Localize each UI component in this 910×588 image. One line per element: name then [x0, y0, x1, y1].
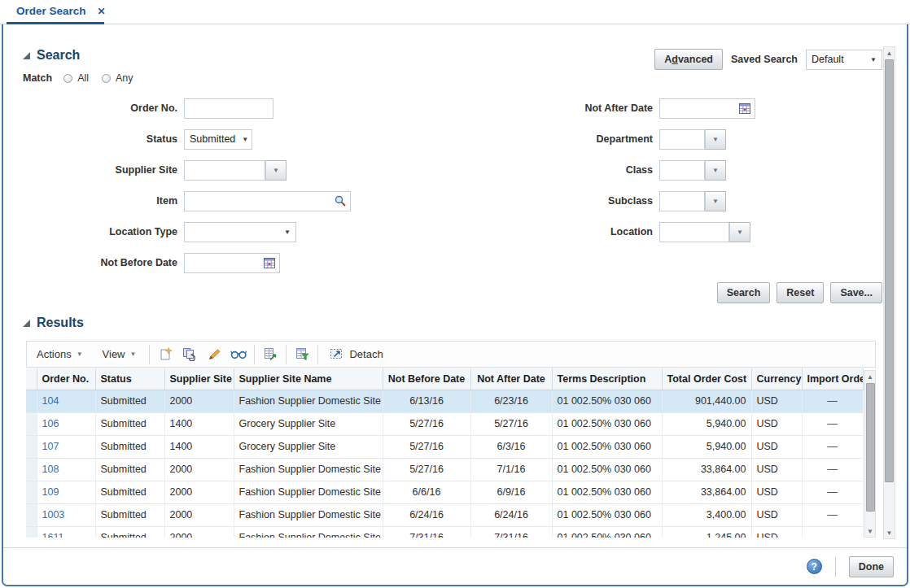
advanced-button[interactable]: Advanced — [654, 49, 723, 70]
col-currency[interactable]: Currency — [751, 368, 802, 390]
cell-import-order: — — [802, 481, 863, 503]
calendar-icon[interactable] — [738, 102, 751, 118]
search-button[interactable]: Search — [717, 282, 771, 303]
col-terms-description[interactable]: Terms Description — [552, 368, 662, 390]
location-input[interactable] — [659, 222, 729, 242]
done-button[interactable]: Done — [849, 556, 894, 577]
table-row[interactable]: 108 Submitted 2000 Fashion Supplier Dome… — [26, 458, 863, 481]
table-row[interactable]: 109 Submitted 2000 Fashion Supplier Dome… — [26, 481, 863, 503]
duplicate-icon[interactable] — [177, 344, 202, 365]
tab-bar: Order Search ✕ — [0, 0, 910, 24]
col-supplier-site-name[interactable]: Supplier Site Name — [234, 368, 383, 390]
class-input[interactable] — [659, 160, 705, 181]
scroll-up-icon[interactable]: ▲ — [865, 371, 876, 382]
item-input[interactable] — [184, 191, 351, 211]
actions-menu[interactable]: Actions ▼ — [27, 348, 93, 360]
location-dropdown-button[interactable]: ▼ — [729, 222, 750, 242]
radio-any[interactable] — [102, 74, 111, 83]
table-row[interactable]: 1611 Submitted 2000 Fashion Supplier Dom… — [26, 526, 863, 538]
match-all-option[interactable]: All — [63, 72, 89, 84]
match-any-option[interactable]: Any — [102, 72, 133, 84]
field-row-subclass: Subclass ▼ — [531, 190, 726, 211]
row-selector[interactable] — [26, 435, 37, 458]
cell-currency: USD — [751, 412, 802, 435]
tab-label: Order Search — [16, 5, 86, 17]
order-no-link[interactable]: 107 — [37, 435, 95, 458]
cell-terms-description: 01 002.50% 030 060 — [552, 526, 662, 538]
scroll-down-icon[interactable]: ▼ — [865, 525, 876, 537]
detach-button[interactable]: Detach — [322, 346, 391, 362]
view-icon[interactable] — [226, 344, 251, 365]
order-no-link[interactable]: 1611 — [37, 526, 95, 538]
col-import-order[interactable]: Import Order — [802, 368, 863, 390]
row-selector[interactable] — [26, 526, 37, 538]
saved-search-select[interactable]: Default ▼ — [806, 50, 882, 70]
search-icon[interactable] — [334, 194, 347, 211]
table-header-row: Order No. Status Supplier Site Supplier … — [26, 368, 863, 390]
row-selector[interactable] — [26, 412, 37, 435]
filter-icon[interactable] — [290, 344, 314, 365]
table-row[interactable]: 104 Submitted 2000 Fashion Supplier Dome… — [26, 390, 863, 412]
page-scrollbar[interactable]: ▲ ▼ — [883, 46, 895, 539]
row-selector[interactable] — [26, 458, 37, 481]
cell-import-order: — — [802, 503, 863, 526]
table-row[interactable]: 106 Submitted 1400 Grocery Supplier Site… — [26, 412, 863, 435]
reset-button[interactable]: Reset — [777, 282, 824, 303]
edit-icon[interactable] — [202, 344, 226, 365]
view-menu[interactable]: View ▼ — [93, 348, 147, 360]
radio-all[interactable] — [63, 74, 72, 83]
save-button[interactable]: Save... — [830, 282, 882, 303]
row-selector[interactable] — [26, 390, 37, 412]
field-row-not-before-date: Not Before Date — [23, 252, 280, 273]
subclass-input[interactable] — [659, 191, 705, 211]
subclass-label: Subclass — [531, 195, 653, 207]
collapse-triangle-icon[interactable] — [23, 320, 30, 327]
chevron-down-icon: ▼ — [712, 198, 719, 205]
search-section-header[interactable]: Search — [23, 48, 80, 63]
add-icon[interactable] — [153, 344, 177, 365]
table-scrollbar[interactable]: ▲ ▼ — [864, 370, 877, 538]
scrollbar-thumb[interactable] — [885, 59, 894, 482]
table-row[interactable]: 1003 Submitted 2000 Fashion Supplier Dom… — [26, 503, 863, 526]
cell-not-before-date: 5/27/16 — [383, 412, 470, 435]
supplier-site-dropdown-button[interactable]: ▼ — [265, 160, 287, 181]
order-no-input[interactable] — [184, 98, 273, 119]
collapse-triangle-icon[interactable] — [23, 52, 30, 59]
order-no-link[interactable]: 106 — [37, 412, 95, 435]
table-row[interactable]: 107 Submitted 1400 Grocery Supplier Site… — [26, 435, 863, 458]
results-section-header[interactable]: Results — [23, 316, 84, 330]
order-no-link[interactable]: 108 — [37, 458, 95, 481]
row-selector[interactable] — [26, 503, 37, 526]
help-icon[interactable]: ? — [807, 559, 822, 574]
export-excel-icon[interactable] — [258, 344, 282, 365]
status-select[interactable]: Submitted ▼ — [184, 129, 252, 150]
subclass-dropdown-button[interactable]: ▼ — [705, 191, 726, 211]
scroll-down-icon[interactable]: ▼ — [884, 527, 895, 538]
department-dropdown-button[interactable]: ▼ — [705, 129, 726, 150]
close-icon[interactable]: ✕ — [98, 6, 106, 17]
row-selector[interactable] — [26, 481, 37, 503]
class-dropdown-button[interactable]: ▼ — [705, 160, 726, 181]
order-no-link[interactable]: 109 — [37, 481, 95, 503]
supplier-site-input[interactable] — [184, 160, 265, 181]
order-no-link[interactable]: 104 — [37, 390, 95, 412]
col-status[interactable]: Status — [95, 368, 164, 390]
cell-total-order-cost: 901,440.00 — [662, 390, 751, 412]
cell-import-order: — — [802, 390, 863, 412]
cell-not-before-date: 7/31/16 — [383, 526, 470, 538]
col-supplier-site[interactable]: Supplier Site — [164, 368, 234, 390]
col-total-order-cost[interactable]: Total Order Cost — [662, 368, 751, 390]
col-not-before-date[interactable]: Not Before Date — [383, 368, 470, 390]
detach-label: Detach — [349, 348, 383, 360]
location-type-select[interactable]: ▼ — [184, 222, 296, 242]
scroll-up-icon[interactable]: ▲ — [884, 47, 895, 59]
col-order-no[interactable]: Order No. — [37, 368, 95, 390]
calendar-icon[interactable] — [263, 256, 276, 272]
col-not-after-date[interactable]: Not After Date — [470, 368, 552, 390]
cell-supplier-site: 1400 — [164, 435, 234, 458]
tab-order-search[interactable]: Order Search ✕ — [16, 5, 106, 17]
department-input[interactable] — [659, 129, 705, 150]
order-no-link[interactable]: 1003 — [37, 503, 95, 526]
scrollbar-thumb[interactable] — [866, 383, 875, 512]
cell-not-after-date: 6/3/16 — [470, 435, 552, 458]
